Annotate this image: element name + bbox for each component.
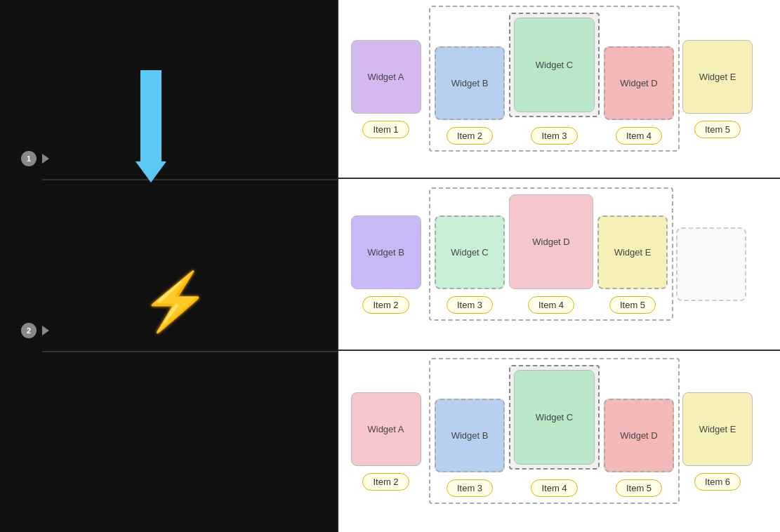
row2-col1: Widget B Item 2 [345,215,426,314]
item2-label-row3: Item 2 [362,473,409,491]
row3-col4: Widget D Item 5 [604,399,674,497]
widget-b-row3: Widget B [435,399,505,472]
item4-label-row2: Item 4 [528,296,574,314]
row2-col3: Widget D Item 4 [509,194,593,314]
widget-c-row2: Widget C [435,215,505,289]
arrow-head [135,161,166,182]
item6-label-row3: Item 6 [694,473,741,491]
widget-c-row3: Widget C [514,370,595,465]
widget-d-row2: Widget D [509,194,593,289]
widget-a-row3: Widget A [351,392,421,466]
row3-dashed-group: Widget B Item 3 Widget C Item 4 Widget D… [429,358,680,504]
row3-col1: Widget A Item 2 [345,392,426,491]
widget-e-row2: Widget E [597,215,668,289]
widget-c-row1: Widget C [514,18,595,112]
row2: Widget B Item 2 Widget C Item 3 Widget D… [338,179,780,351]
step1-arrow [42,154,49,164]
row1: Widget A Item 1 Widget B Item 2 Widget C… [338,0,780,179]
widget-d-row1: Widget D [604,46,674,120]
lightning-icon: ⚡ [140,274,211,330]
item5-label-row1: Item 5 [694,121,741,138]
step2-indicator: 2 [21,323,49,338]
widget-b-row2: Widget B [351,215,421,289]
row1-col2: Widget B Item 2 [435,46,505,145]
item2-label-row1: Item 2 [447,127,493,145]
widget-b-row1: Widget B [435,46,505,120]
row3-col5: Widget E Item 6 [682,392,753,491]
step2-circle: 2 [21,323,37,338]
item5-label-row2: Item 5 [609,296,656,314]
row3-col2: Widget B Item 3 [435,399,505,497]
item3-label-row3: Item 3 [447,479,493,497]
step2-arrow [42,326,49,335]
row3-col3: Widget C Item 4 [509,365,600,497]
row2-col2: Widget C Item 3 [435,215,505,314]
row2-col5 [676,227,746,301]
row1-dashed-group: Widget B Item 2 Widget C Item 3 Widget D… [429,6,680,152]
step1-indicator: 1 [21,151,49,166]
step1-circle: 1 [21,151,37,166]
row1-col5: Widget E Item 5 [682,40,753,138]
item5-label-row3: Item 5 [616,479,662,497]
arrow-shaft [140,70,161,161]
widget-a-row1: Widget A [351,40,421,114]
arrow-down [137,70,165,182]
item1-label-row1: Item 1 [362,121,409,138]
empty-widget-row2 [676,227,746,301]
item3-label-row2: Item 3 [447,296,493,314]
item2-label-row2: Item 2 [362,296,409,314]
right-panel: Widget A Item 1 Widget B Item 2 Widget C… [337,0,780,532]
row1-col1: Widget A Item 1 [345,40,426,138]
left-panel: 1 2 ⚡ [0,0,337,532]
main-container: 1 2 ⚡ Widget A Item 1 [0,0,780,532]
row1-col3: Widget C Item 3 [509,13,600,145]
row2-col4: Widget E Item 5 [597,215,668,314]
widget-d-row3: Widget D [604,399,674,472]
widget-e-row3: Widget E [682,392,753,466]
widget-e-row1: Widget E [682,40,753,114]
item4-label-row3: Item 4 [531,479,577,497]
row2-dashed-group: Widget C Item 3 Widget D Item 4 Widget E… [429,187,673,321]
item3-label-row1: Item 3 [531,127,577,145]
item4-label-row1: Item 4 [616,127,662,145]
row3: Widget A Item 2 Widget B Item 3 Widget C… [338,351,780,532]
row1-col4: Widget D Item 4 [604,46,674,145]
